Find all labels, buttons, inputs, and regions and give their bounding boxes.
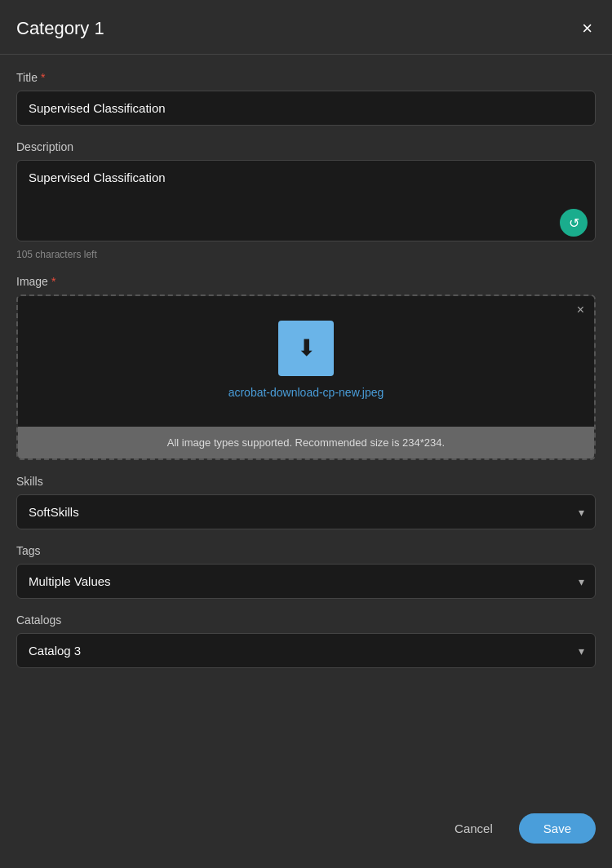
modal-header: Category 1 × [0,0,612,55]
regenerate-icon: ↺ [569,215,579,231]
skills-field-group: Skills SoftSkills ▾ [16,475,596,529]
tags-select-wrapper: Multiple Values ▾ [16,564,596,599]
file-link[interactable]: acrobat-download-cp-new.jpeg [228,386,384,399]
download-icon: ⬇ [297,337,316,360]
image-field-group: Image * × ⬇ acrobat-download-cp-new.jpeg… [16,275,596,460]
description-label: Description [16,140,596,153]
image-dismiss-button[interactable]: × [577,303,584,317]
char-count: 105 characters left [16,249,596,260]
skills-select[interactable]: SoftSkills [16,494,596,529]
tags-field-group: Tags Multiple Values ▾ [16,544,596,599]
upload-icon-box: ⬇ [278,321,334,376]
image-label: Image * [16,275,596,288]
regenerate-button[interactable]: ↺ [560,209,588,237]
modal-body: Title * Description Supervised Classific… [0,55,612,797]
catalogs-select[interactable]: Catalog 3 [16,633,596,668]
modal-title: Category 1 [16,18,104,39]
catalogs-field-group: Catalogs Catalog 3 ▾ [16,613,596,668]
modal-footer: Cancel Save [0,797,612,868]
close-button[interactable]: × [579,16,596,41]
image-required-star: * [51,275,55,288]
description-textarea[interactable]: Supervised Classification [16,160,596,241]
category-modal: Category 1 × Title * Description Supervi… [0,0,612,868]
skills-select-wrapper: SoftSkills ▾ [16,494,596,529]
image-upload-inner: × ⬇ acrobat-download-cp-new.jpeg [18,296,594,427]
title-label: Title * [16,71,596,84]
tags-label: Tags [16,544,596,557]
image-upload-area[interactable]: × ⬇ acrobat-download-cp-new.jpeg All ima… [16,294,596,460]
title-field-group: Title * [16,71,596,126]
cancel-button[interactable]: Cancel [441,813,506,844]
description-textarea-wrapper: Supervised Classification ↺ [16,160,596,245]
catalogs-label: Catalogs [16,613,596,627]
tags-select[interactable]: Multiple Values [16,564,596,599]
save-button[interactable]: Save [519,813,596,844]
title-required-star: * [41,71,45,84]
description-field-group: Description Supervised Classification ↺ … [16,140,596,260]
skills-label: Skills [16,475,596,488]
title-input[interactable] [16,91,596,126]
image-hint: All image types supported. Recommended s… [18,427,594,458]
catalogs-select-wrapper: Catalog 3 ▾ [16,633,596,668]
